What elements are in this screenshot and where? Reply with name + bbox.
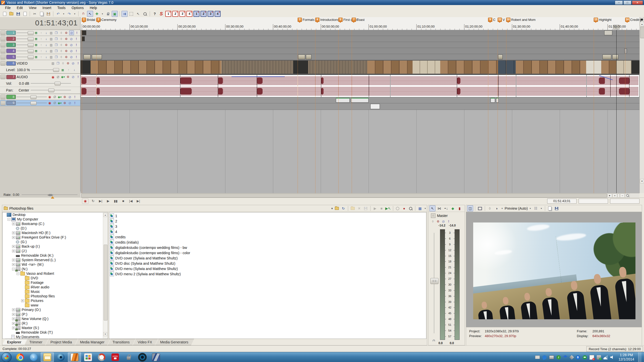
- zoom-tool-button[interactable]: [625, 194, 630, 198]
- track-motion-icon[interactable]: ▦: [34, 31, 38, 35]
- marker-tool-button[interactable]: [640, 17, 644, 22]
- action-center-flag-icon[interactable]: [589, 355, 594, 360]
- tree-expander-icon[interactable]: [12, 308, 15, 311]
- track-fx-icon[interactable]: ▨: [49, 55, 53, 59]
- marker-flag-icon[interactable]: 11: [498, 18, 502, 22]
- tree-item[interactable]: (R:): [3, 321, 108, 326]
- custom-script-button[interactable]: 2: [200, 11, 207, 17]
- event-clip[interactable]: [82, 30, 86, 35]
- video-track-header[interactable]: 2 ▦ ↑ ↓ ▨ ❐ ◊ ⚙ ⊘ !: [0, 36, 80, 42]
- solo-icon[interactable]: !: [74, 55, 78, 59]
- event-clip[interactable]: [612, 55, 618, 59]
- tree-expander-icon[interactable]: [12, 263, 15, 266]
- pan-slider[interactable]: [31, 89, 71, 92]
- track-fx-icon[interactable]: ▨: [49, 49, 53, 53]
- tree-item[interactable]: (P:): [3, 312, 108, 316]
- phase-invert-icon[interactable]: Ø: [56, 75, 60, 79]
- taskbar-app-button[interactable]: polsky: [109, 352, 122, 362]
- track-motion-icon[interactable]: ▦: [61, 68, 65, 72]
- insert-assignable-fx-icon[interactable]: ◆: [450, 205, 456, 211]
- file-item[interactable]: DVD menu 2 (Sylwia and Matthew Shultz): [110, 271, 426, 277]
- video-bus-track-header[interactable]: 6 VIDEO ▨ ❐ ◊ ⚙ ⊘ ! Level: 100.0 % ▦ ↑ ↓: [0, 60, 80, 74]
- automation-settings-icon[interactable]: ⚙: [63, 101, 67, 105]
- track-fx-icon[interactable]: ▨: [51, 61, 55, 66]
- file-item[interactable]: 1: [110, 213, 426, 218]
- printer-icon[interactable]: [549, 355, 554, 359]
- video-track-header[interactable]: 5 ▦ ↑ ↓ ▨ ❐ ◊ ⚙ ⊘ !: [0, 54, 80, 60]
- timeline-marker[interactable]: 10 Robert and Mom: [506, 18, 536, 24]
- pan-crop-icon[interactable]: ◊: [61, 61, 65, 66]
- open-project-icon[interactable]: [8, 11, 14, 17]
- track-level-slider[interactable]: [17, 32, 33, 34]
- mute-icon[interactable]: ⊘: [69, 30, 74, 35]
- stop-button[interactable]: ■: [120, 199, 126, 204]
- track-number-badge[interactable]: 1: [6, 31, 16, 35]
- mute-icon[interactable]: ⊘: [69, 49, 73, 53]
- tree-expander-icon[interactable]: [21, 299, 24, 302]
- audio-bus-track-header[interactable]: 7 AUDIO ◉ Ø ◆▾ ⚙ ⊘ ! Vol: 0.0 dB Pan: Ce…: [0, 74, 80, 94]
- ignore-event-grouping-icon[interactable]: ▣: [112, 11, 118, 17]
- show-desktop-button[interactable]: [638, 352, 641, 362]
- zoom-edit-tool-icon[interactable]: [142, 11, 148, 17]
- tree-item[interactable]: Vasso and Robert: [3, 271, 108, 276]
- record-arm-icon[interactable]: ◉: [51, 75, 55, 79]
- timeline-vertical-scrollbar[interactable]: ▲ ▼: [639, 17, 644, 193]
- stop-preview-icon[interactable]: ■: [379, 205, 384, 211]
- marker-flag-icon[interactable]: 1: [82, 18, 86, 22]
- track-fx-icon[interactable]: ▨: [49, 37, 53, 41]
- tool-dropdown-icon[interactable]: ▾: [101, 11, 104, 17]
- scroll-up-icon[interactable]: ▲: [640, 22, 644, 26]
- track-number-badge[interactable]: 3: [6, 43, 16, 47]
- taskbar-app-button[interactable]: [122, 352, 135, 362]
- playhead-line[interactable]: [616, 30, 617, 193]
- compositing-mode-icon[interactable]: ❐: [54, 49, 58, 53]
- taskbar-app-button[interactable]: [95, 352, 108, 362]
- file-item[interactable]: DVD disc (Sylwia and Matthew Shultz): [110, 261, 426, 266]
- tree-item[interactable]: (J:): [3, 249, 108, 253]
- copy-icon[interactable]: [38, 11, 45, 17]
- zoom-in-time-button[interactable]: +: [613, 194, 617, 198]
- start-preview-icon[interactable]: ▶: [372, 205, 378, 211]
- file-item[interactable]: 3: [110, 224, 426, 229]
- track-level-slider[interactable]: [17, 50, 33, 52]
- track-4-lane[interactable]: [80, 48, 639, 54]
- minimize-button[interactable]: ─: [615, 1, 623, 5]
- timeline-marker[interactable]: 9 C: [488, 18, 495, 24]
- event-clip[interactable]: [624, 49, 627, 53]
- normal-edit-tool-icon[interactable]: ↖: [87, 11, 93, 17]
- track-1-lane[interactable]: [80, 30, 639, 36]
- marker-flag-icon[interactable]: 2: [96, 18, 101, 22]
- file-item[interactable]: 2: [110, 218, 426, 224]
- views-icon[interactable]: ▦: [417, 205, 423, 211]
- track-5-lane[interactable]: [80, 54, 639, 60]
- rate-marker-icon[interactable]: [51, 196, 54, 199]
- taskbar-app-button[interactable]: [54, 352, 67, 362]
- track-volume-slider[interactable]: [17, 102, 47, 104]
- track-grip[interactable]: [1, 75, 6, 79]
- record-arm-icon[interactable]: ◉: [48, 95, 52, 99]
- insert-bus-icon[interactable]: ⋈: [436, 205, 442, 211]
- insert-fx-icon[interactable]: ◆▾: [61, 75, 65, 79]
- tree-item[interactable]: FreeAgent GoFlex Drive (F:): [3, 235, 108, 240]
- mute-icon[interactable]: ⊘: [69, 43, 73, 47]
- scroll-down-icon[interactable]: ▼: [640, 179, 644, 183]
- track-number-badge[interactable]: 2: [6, 37, 16, 41]
- mute-icon[interactable]: ⊘: [68, 101, 72, 105]
- timeline-body[interactable]: [80, 30, 639, 193]
- timeline-marker[interactable]: 11 V: [498, 18, 505, 24]
- menu-item[interactable]: File: [2, 5, 14, 10]
- package-icon[interactable]: [363, 205, 369, 211]
- record-button[interactable]: ◉: [82, 198, 89, 204]
- project-properties-icon[interactable]: ◫: [467, 205, 473, 211]
- compositing-parent-icon[interactable]: ↓: [44, 49, 48, 53]
- event-clip[interactable]: [92, 55, 102, 59]
- paste-icon[interactable]: [45, 11, 51, 17]
- tree-item[interactable]: (D:): [3, 226, 108, 231]
- marker-flag-icon[interactable]: 4: [315, 18, 319, 22]
- pan-crop-icon[interactable]: ◊: [59, 31, 63, 35]
- diamond-icon[interactable]: [569, 355, 574, 359]
- undo-dropdown-icon[interactable]: ▾: [62, 11, 65, 17]
- marker-flag-icon[interactable]: 13: [594, 18, 598, 22]
- track-number-badge[interactable]: 8: [6, 95, 16, 99]
- tree-item[interactable]: Desktop: [3, 212, 108, 217]
